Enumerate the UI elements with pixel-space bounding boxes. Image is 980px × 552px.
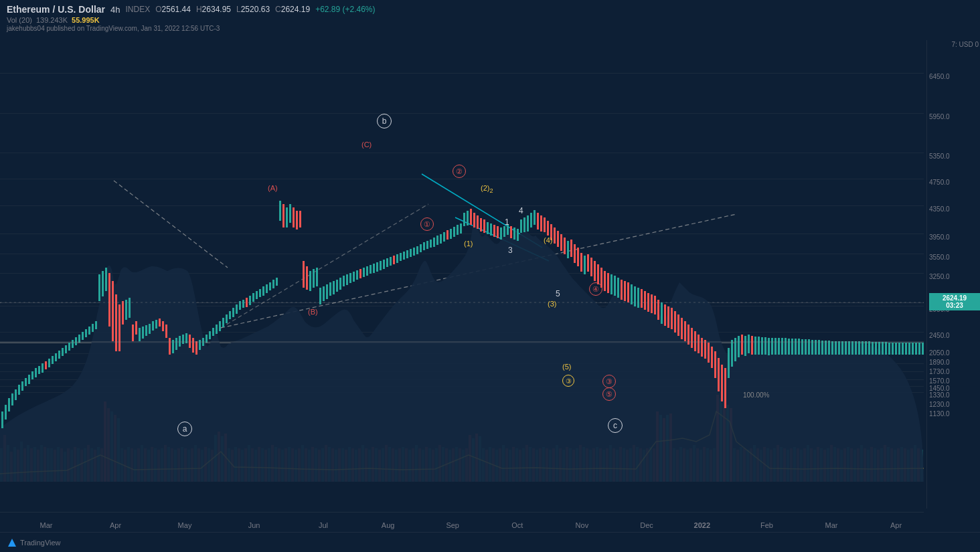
svg-rect-212 [676,450,679,482]
index-label: INDEX [126,5,151,14]
svg-rect-169 [515,448,518,482]
svg-rect-485 [684,321,686,341]
svg-rect-364 [279,201,281,221]
svg-rect-265 [870,447,873,482]
svg-rect-461 [604,271,606,291]
svg-rect-363 [276,278,278,286]
svg-rect-279 [917,448,920,482]
svg-rect-466 [621,280,623,300]
svg-rect-118 [723,401,726,482]
svg-rect-385 [349,273,351,283]
svg-rect-199 [616,450,619,482]
svg-rect-84 [264,450,267,482]
svg-rect-358 [259,289,261,297]
svg-rect-45 [134,450,137,482]
svg-rect-99 [315,448,317,482]
svg-rect-190 [586,448,588,482]
svg-rect-267 [877,450,880,482]
svg-rect-504 [748,335,750,353]
svg-rect-390 [366,266,368,276]
svg-rect-421 [470,209,472,225]
svg-rect-115 [669,413,672,482]
svg-rect-67 [208,448,210,482]
svg-rect-197 [609,445,612,482]
svg-rect-148 [432,450,434,482]
price-3950: 3950.0 [926,234,980,241]
svg-rect-348 [226,314,228,323]
svg-rect-480 [667,306,669,328]
svg-rect-290 [31,371,33,379]
svg-rect-27 [57,447,60,482]
svg-rect-78 [244,448,247,482]
svg-rect-448 [560,234,562,251]
wave-label-5-circle-red: ⑤ [602,387,616,401]
svg-rect-144 [418,448,421,482]
svg-rect-82 [258,447,260,482]
svg-rect-20 [104,401,106,482]
svg-rect-338 [192,338,194,353]
wave-label-B: (B) [308,308,318,316]
svg-rect-328 [159,318,161,327]
svg-rect-241 [790,448,793,482]
price-3550: 3550.0 [926,254,980,261]
svg-rect-227 [743,448,746,482]
svg-rect-313 [108,273,110,327]
svg-rect-138 [398,448,401,482]
svg-rect-324 [145,325,147,336]
svg-rect-69 [214,435,217,482]
svg-rect-483 [677,314,679,336]
price-1450: 1450.0 [926,385,980,392]
svg-rect-307 [88,327,90,335]
svg-rect-309 [95,321,97,329]
svg-rect-92 [291,448,294,482]
svg-rect-497 [724,368,726,408]
svg-rect-131 [375,448,378,482]
price-axis: 6450.0 5950.0 5350.0 4750.0 4350.0 3950.… [926,40,980,509]
svg-rect-147 [428,448,431,482]
svg-rect-88 [278,448,280,482]
svg-rect-406 [420,244,422,252]
svg-rect-383 [343,276,345,286]
svg-rect-134 [385,445,388,482]
svg-rect-114 [666,415,669,482]
svg-rect-259 [850,448,853,482]
svg-rect-61 [187,450,190,482]
svg-rect-219 [700,450,702,482]
svg-rect-260 [853,450,856,482]
svg-rect-512 [774,338,777,355]
svg-rect-274 [900,447,903,482]
svg-rect-353 [242,300,244,308]
svg-rect-381 [336,280,338,292]
svg-rect-120 [730,408,732,482]
svg-rect-250 [820,448,823,482]
price-6450: 6450.0 [926,73,980,80]
svg-rect-330 [165,325,167,338]
svg-rect-122 [345,450,347,482]
svg-rect-249 [817,447,819,482]
wave-label-4-yellow: (4) [544,236,552,244]
svg-rect-396 [386,258,388,267]
time-label-may: May [178,521,192,529]
svg-rect-90 [284,448,287,482]
svg-rect-304 [78,335,80,343]
svg-rect-270 [887,447,890,482]
svg-rect-154 [452,448,455,482]
svg-rect-393 [376,262,378,272]
svg-rect-411 [436,236,438,245]
svg-rect-319 [129,298,131,318]
wave-label-C: (C) [361,141,372,149]
svg-rect-450 [567,241,569,258]
svg-rect-137 [395,450,398,482]
svg-rect-72 [224,434,227,482]
svg-rect-210 [653,448,655,482]
price-change: +62.89 (+2.46%) [315,5,375,14]
svg-rect-303 [75,337,77,345]
time-label-dec: Dec [640,521,653,529]
svg-rect-28 [60,448,63,482]
price-2450: 2450.0 [926,332,980,339]
fib-level-label: 100.00% [743,391,769,399]
svg-rect-513 [778,338,780,355]
svg-rect-201 [623,448,625,482]
time-axis: Mar Apr May Jun Jul Aug Sep Oct Nov Dec … [0,512,924,532]
svg-rect-97 [308,450,311,482]
